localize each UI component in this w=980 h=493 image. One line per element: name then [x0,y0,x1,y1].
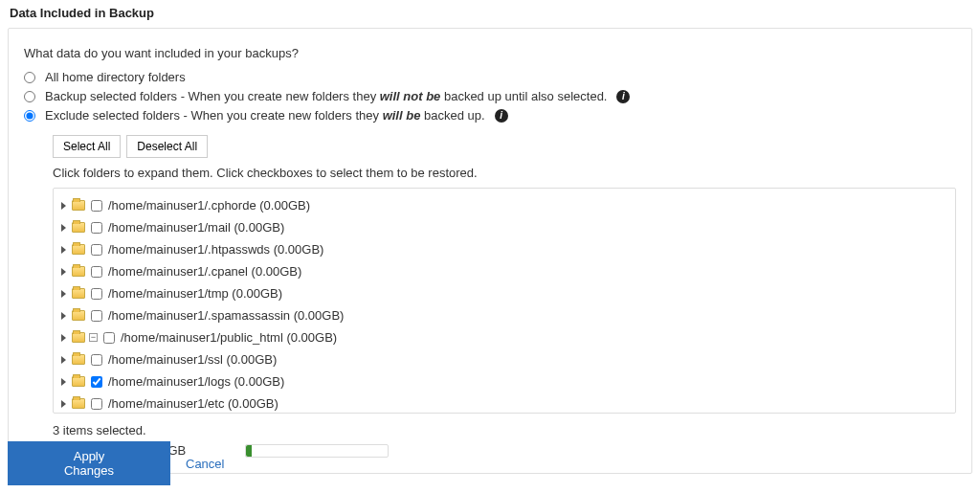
folder-icon [72,332,85,343]
option-all-row[interactable]: All home directory folders [24,68,956,87]
folder-checkbox[interactable] [91,288,102,300]
folder-checkbox[interactable] [91,244,102,256]
info-icon[interactable]: i [495,109,508,123]
folder-path-label: /home/mainuser1/logs (0.00GB) [108,374,284,389]
hint-text: Click folders to expand them. Click chec… [53,166,956,180]
folder-path-label: /home/mainuser1/mail (0.00GB) [108,220,284,235]
info-icon[interactable]: i [616,90,630,103]
expand-toggle[interactable]: − [89,333,98,342]
tree-row[interactable]: /home/mainuser1/.cphorde (0.00GB) [54,194,955,216]
folder-icon [72,266,85,277]
folder-checkbox[interactable] [91,200,102,212]
folder-checkbox[interactable] [91,376,102,388]
tree-row[interactable]: /home/mainuser1/ssl (0.00GB) [54,348,955,370]
folder-tree-scroll[interactable]: /home/mainuser1/.cphorde (0.00GB)/home/m… [54,189,955,413]
select-all-button[interactable]: Select All [53,135,121,158]
folder-icon [72,354,85,365]
folder-path-label: /home/mainuser1/.htpasswds (0.00GB) [108,242,323,257]
caret-icon[interactable] [61,290,66,298]
backup-panel: What data do you want included in your b… [8,28,972,474]
folder-icon [72,310,85,321]
folder-path-label: /home/mainuser1/tmp (0.00GB) [108,286,282,301]
caret-icon[interactable] [61,202,66,210]
tree-row[interactable]: /home/mainuser1/tmp (0.00GB) [54,282,955,304]
folder-path-label: /home/mainuser1/ssl (0.00GB) [108,352,277,367]
folder-icon [72,288,85,299]
caret-icon[interactable] [61,334,66,342]
folder-checkbox[interactable] [91,354,102,366]
cancel-link[interactable]: Cancel [186,457,224,471]
folder-checkbox[interactable] [103,332,115,344]
option-all-label: All home directory folders [45,68,186,87]
folder-checkbox[interactable] [91,222,102,234]
tree-row[interactable]: /home/mainuser1/etc (0.00GB) [54,392,955,413]
deselect-all-button[interactable]: Deselect All [126,135,208,158]
option-backup-selected-label: Backup selected folders - When you creat… [45,87,607,106]
intro-text: What data do you want included in your b… [24,46,956,60]
folder-icon [72,222,85,233]
tree-row[interactable]: /home/mainuser1/.spamassassin (0.00GB) [54,304,955,326]
folder-tree: /home/mainuser1/.cphorde (0.00GB)/home/m… [53,188,956,414]
folder-path-label: /home/mainuser1/etc (0.00GB) [108,396,278,411]
caret-icon[interactable] [61,378,66,386]
caret-icon[interactable] [61,400,66,408]
option-backup-selected-radio[interactable] [24,91,35,102]
option-exclude-selected-radio[interactable] [24,110,35,122]
folder-path-label: /home/mainuser1/.cpanel (0.00GB) [108,264,301,279]
option-backup-selected-row[interactable]: Backup selected folders - When you creat… [24,87,956,106]
folder-checkbox[interactable] [91,310,102,322]
footer: Apply Changes Cancel [8,432,972,485]
tree-row[interactable]: −/home/mainuser1/public_html (0.00GB) [54,326,955,348]
caret-icon[interactable] [61,312,66,320]
folder-icon [72,376,85,387]
option-all-radio[interactable] [24,72,35,83]
apply-changes-button[interactable]: Apply Changes [8,441,170,485]
option-exclude-selected-row[interactable]: Exclude selected folders - When you crea… [24,106,956,125]
folder-path-label: /home/mainuser1/.cphorde (0.00GB) [108,198,310,213]
caret-icon[interactable] [61,356,66,364]
option-exclude-selected-label: Exclude selected folders - When you crea… [45,106,485,125]
section-title: Data Included in Backup [8,0,972,28]
caret-icon[interactable] [61,224,66,232]
folder-icon [72,398,85,409]
folder-icon [72,200,85,211]
folder-path-label: /home/mainuser1/public_html (0.00GB) [121,330,337,345]
caret-icon[interactable] [61,268,66,276]
caret-icon[interactable] [61,246,66,254]
folder-icon [72,244,85,255]
tree-row[interactable]: /home/mainuser1/.cpanel (0.00GB) [54,260,955,282]
folder-path-label: /home/mainuser1/.spamassassin (0.00GB) [108,308,344,323]
bulk-action-row: Select All Deselect All [53,135,956,158]
tree-row[interactable]: /home/mainuser1/logs (0.00GB) [54,370,955,392]
tree-row[interactable]: /home/mainuser1/mail (0.00GB) [54,216,955,238]
folder-checkbox[interactable] [91,398,102,410]
folder-checkbox[interactable] [91,266,102,278]
tree-row[interactable]: /home/mainuser1/.htpasswds (0.00GB) [54,238,955,260]
